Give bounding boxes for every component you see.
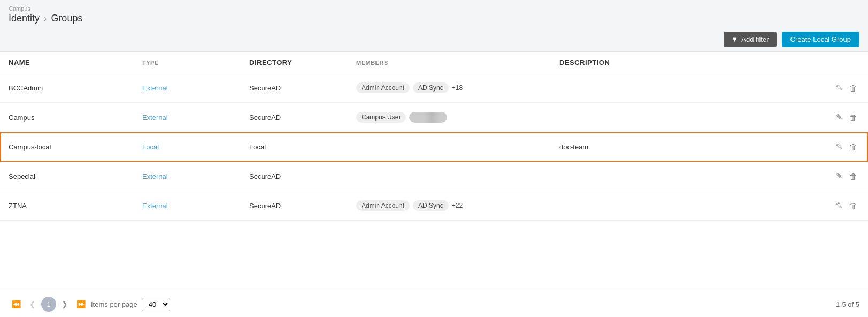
cell-actions: ✎🗑: [825, 132, 868, 162]
edit-button[interactable]: ✎: [834, 140, 845, 154]
main-content: NAME TYPE DIRECTORY MEMBERS DESCRIPTION …: [0, 51, 868, 317]
cell-description: [551, 191, 825, 221]
member-badge: AD Sync: [413, 82, 449, 93]
breadcrumb: Identity › Groups: [9, 13, 859, 24]
add-filter-button[interactable]: ▼ Add filter: [724, 32, 776, 47]
table-row[interactable]: CampusExternalSecureADCampus User██████✎…: [0, 103, 868, 132]
breadcrumb-parent: Campus: [9, 5, 859, 12]
cell-directory: SecureAD: [241, 73, 348, 103]
first-page-button[interactable]: ⏪: [9, 298, 24, 311]
col-header-name: NAME: [0, 52, 134, 73]
col-header-directory: DIRECTORY: [241, 52, 348, 73]
cell-actions: ✎🗑: [825, 73, 868, 103]
filter-icon: ▼: [731, 35, 738, 43]
create-local-group-button[interactable]: Create Local Group: [782, 32, 859, 47]
edit-button[interactable]: ✎: [834, 81, 845, 95]
member-badge: Campus User: [356, 112, 406, 123]
delete-button[interactable]: 🗑: [847, 111, 859, 124]
cell-actions: ✎🗑: [825, 103, 868, 132]
groups-table: NAME TYPE DIRECTORY MEMBERS DESCRIPTION …: [0, 52, 868, 221]
cell-type: External: [134, 191, 241, 221]
page-info: 1-5 of 5: [836, 300, 859, 308]
col-header-type: TYPE: [134, 52, 241, 73]
table-container[interactable]: NAME TYPE DIRECTORY MEMBERS DESCRIPTION …: [0, 52, 868, 291]
cell-type: External: [134, 73, 241, 103]
cell-type: External: [134, 162, 241, 191]
table-row[interactable]: BCCAdminExternalSecureADAdmin AccountAD …: [0, 73, 868, 103]
cell-actions: ✎🗑: [825, 162, 868, 191]
cell-description: [551, 162, 825, 191]
cell-members: Admin AccountAD Sync+22: [348, 191, 551, 221]
members-extra-badge: +18: [452, 84, 463, 92]
member-badge: Admin Account: [356, 200, 410, 211]
cell-directory: SecureAD: [241, 103, 348, 132]
delete-button[interactable]: 🗑: [847, 81, 859, 95]
cell-description: [551, 103, 825, 132]
cell-description: doc-team: [551, 132, 825, 162]
cell-name: Campus: [0, 103, 134, 132]
items-per-page-control: Items per page 40 20 10: [91, 298, 170, 311]
delete-button[interactable]: 🗑: [847, 140, 859, 154]
cell-members: [348, 132, 551, 162]
last-page-button[interactable]: ⏩: [73, 298, 89, 311]
cell-directory: Local: [241, 132, 348, 162]
cell-directory: SecureAD: [241, 162, 348, 191]
next-page-button[interactable]: ❯: [58, 298, 71, 311]
cell-members: [348, 162, 551, 191]
delete-button[interactable]: 🗑: [847, 199, 859, 213]
col-header-description: DESCRIPTION: [551, 52, 825, 73]
page-1-button[interactable]: 1: [41, 297, 56, 312]
cell-name: ZTNA: [0, 191, 134, 221]
col-header-actions: [825, 52, 868, 73]
breadcrumb-current: Groups: [51, 13, 82, 24]
pagination: ⏪ ❮ 1 ❯ ⏩ Items per page 40 20 10: [9, 297, 170, 312]
cell-description: [551, 73, 825, 103]
member-badge: Admin Account: [356, 82, 410, 93]
edit-button[interactable]: ✎: [834, 110, 845, 124]
breadcrumb-identity[interactable]: Identity: [9, 13, 40, 24]
add-filter-label: Add filter: [741, 35, 769, 43]
breadcrumb-separator: ›: [44, 14, 47, 24]
edit-button[interactable]: ✎: [834, 199, 845, 213]
member-badge: AD Sync: [413, 200, 449, 211]
edit-button[interactable]: ✎: [834, 169, 845, 183]
items-per-page-label: Items per page: [91, 300, 137, 308]
members-extra-badge: +22: [452, 202, 463, 209]
col-header-members: MEMBERS: [348, 52, 551, 73]
cell-directory: SecureAD: [241, 191, 348, 221]
delete-button[interactable]: 🗑: [847, 170, 859, 183]
cell-name: BCCAdmin: [0, 73, 134, 103]
cell-type: External: [134, 103, 241, 132]
table-row[interactable]: Campus-localLocalLocaldoc-team✎🗑: [0, 132, 868, 162]
cell-name: Campus-local: [0, 132, 134, 162]
cell-type: Local: [134, 132, 241, 162]
cell-name: Sepecial: [0, 162, 134, 191]
cell-members: Admin AccountAD Sync+18: [348, 73, 551, 103]
items-per-page-select[interactable]: 40 20 10: [142, 298, 170, 311]
cell-members: Campus User██████: [348, 103, 551, 132]
table-row[interactable]: SepecialExternalSecureAD✎🗑: [0, 162, 868, 191]
member-badge-blurred: ██████: [409, 112, 447, 123]
toolbar: ▼ Add filter Create Local Group: [0, 27, 868, 51]
table-row[interactable]: ZTNAExternalSecureADAdmin AccountAD Sync…: [0, 191, 868, 221]
cell-actions: ✎🗑: [825, 191, 868, 221]
prev-page-button[interactable]: ❮: [26, 298, 39, 311]
footer: ⏪ ❮ 1 ❯ ⏩ Items per page 40 20 10 1-5 of…: [0, 291, 868, 317]
